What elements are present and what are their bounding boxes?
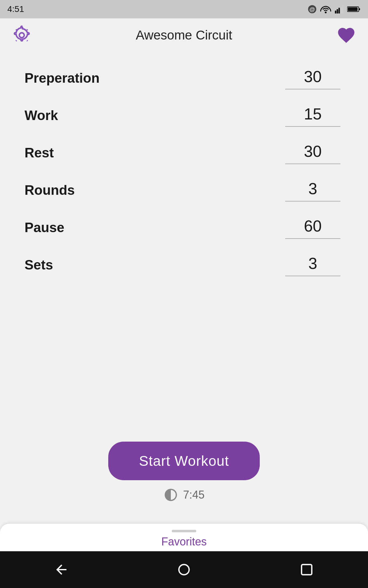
setting-value-1[interactable]: 15 <box>285 105 340 123</box>
settings-container: Preperation30Work15Rest30Rounds3Pause60S… <box>0 58 368 282</box>
favorites-bar[interactable]: Favorites <box>0 524 368 551</box>
setting-underline-4 <box>285 238 340 239</box>
gear-icon <box>12 25 32 45</box>
setting-label-0: Preperation <box>25 67 100 86</box>
favorites-label: Favorites <box>161 535 207 548</box>
setting-value-5[interactable]: 3 <box>285 254 340 273</box>
app-bar: Awesome Circuit <box>0 18 368 52</box>
start-workout-section: Start Workout 7:45 <box>0 442 368 502</box>
setting-label-5: Sets <box>25 254 53 273</box>
status-icons: @ <box>307 4 361 14</box>
svg-point-10 <box>19 33 24 38</box>
setting-value-container-3[interactable]: 3 <box>282 179 343 208</box>
svg-rect-8 <box>359 8 360 10</box>
signal-icon <box>334 5 344 13</box>
setting-underline-0 <box>285 89 340 89</box>
svg-rect-12 <box>301 564 312 575</box>
setting-value-0[interactable]: 30 <box>285 67 340 86</box>
svg-rect-5 <box>340 6 342 13</box>
recents-button[interactable] <box>294 557 319 582</box>
svg-rect-6 <box>342 5 343 13</box>
main-content: Preperation30Work15Rest30Rounds3Pause60S… <box>0 52 368 282</box>
notification-icon: @ <box>307 4 317 14</box>
duration-display: 7:45 <box>163 488 205 502</box>
moon-icon <box>163 488 178 502</box>
setting-row-sets: Sets3 <box>0 245 368 282</box>
setting-value-3[interactable]: 3 <box>285 179 340 198</box>
svg-rect-9 <box>348 7 358 11</box>
home-icon <box>176 562 192 577</box>
favorite-button[interactable] <box>335 24 357 46</box>
setting-row-preperation: Preperation30 <box>0 58 368 96</box>
back-icon <box>54 562 69 577</box>
favorites-handle <box>172 530 196 532</box>
duration-value: 7:45 <box>183 488 205 501</box>
start-workout-button[interactable]: Start Workout <box>108 442 259 480</box>
app-title: Awesome Circuit <box>136 28 232 43</box>
battery-icon <box>347 5 361 13</box>
recents-icon <box>299 562 314 577</box>
setting-row-rest: Rest30 <box>0 133 368 170</box>
settings-button[interactable] <box>11 24 33 46</box>
setting-underline-1 <box>285 126 340 127</box>
home-button[interactable] <box>172 557 196 582</box>
setting-value-container-2[interactable]: 30 <box>282 142 343 170</box>
svg-point-11 <box>179 564 189 575</box>
setting-value-container-1[interactable]: 15 <box>282 105 343 133</box>
setting-row-work: Work15 <box>0 96 368 133</box>
setting-value-container-0[interactable]: 30 <box>282 67 343 96</box>
setting-value-container-5[interactable]: 3 <box>282 254 343 282</box>
status-bar: 4:51 @ <box>0 0 368 18</box>
setting-value-4[interactable]: 60 <box>285 217 340 235</box>
setting-underline-2 <box>285 164 340 164</box>
setting-value-2[interactable]: 30 <box>285 142 340 160</box>
svg-rect-4 <box>339 8 340 13</box>
status-time: 4:51 <box>7 4 24 14</box>
back-button[interactable] <box>49 557 74 582</box>
setting-row-rounds: Rounds3 <box>0 170 368 208</box>
svg-text:@: @ <box>309 6 315 13</box>
setting-label-1: Work <box>25 105 58 123</box>
setting-label-2: Rest <box>25 142 54 160</box>
setting-label-4: Pause <box>25 217 64 235</box>
setting-underline-3 <box>285 201 340 202</box>
svg-rect-3 <box>337 9 338 13</box>
setting-underline-5 <box>285 276 340 276</box>
nav-bar <box>0 551 368 588</box>
heart-icon <box>336 25 356 45</box>
setting-row-pause: Pause60 <box>0 208 368 245</box>
svg-rect-2 <box>335 11 336 13</box>
setting-label-3: Rounds <box>25 179 75 198</box>
wifi-icon <box>320 5 331 13</box>
setting-value-container-4[interactable]: 60 <box>282 217 343 245</box>
